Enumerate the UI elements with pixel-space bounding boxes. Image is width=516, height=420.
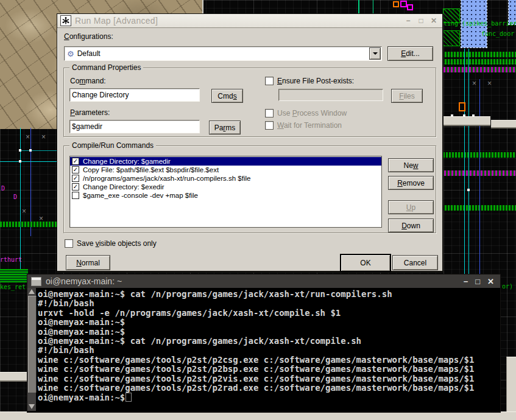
command-input[interactable]: [69, 88, 200, 102]
map-decoration: [459, 102, 465, 111]
map-decoration: [467, 189, 470, 191]
map-decoration: [433, 67, 516, 72]
command-checkbox[interactable]: ✓: [72, 166, 79, 173]
compile-command-row[interactable]: ✓Change Directory: $gamedir: [70, 157, 381, 166]
parameters-label: Parameters:: [70, 108, 110, 117]
terminal-line: oi@nemyax-main:~$: [38, 393, 500, 402]
use-process-window-checkbox[interactable]: [265, 109, 274, 117]
map-decoration: [19, 160, 21, 163]
save-visible-label: Save visible objects only: [77, 239, 157, 248]
map-decoration: ×: [26, 134, 30, 140]
combobox-dropdown-button[interactable]: [369, 47, 381, 60]
map-decoration: [0, 269, 28, 282]
entity-label: ating (spikes_barrier_bou: [440, 20, 516, 27]
jack-icon: [60, 15, 71, 26]
map-decoration: [29, 149, 32, 152]
map-decoration: [443, 30, 460, 46]
configurations-label: Configurations:: [64, 32, 113, 41]
terminal-line: urxvt -hold -e /n/programs/games/jack/xa…: [38, 309, 500, 318]
parameters-input[interactable]: [69, 120, 200, 133]
terminal-window: oi@nemyax-main: ~ − □ ✕ oi@nemyax-main:~…: [27, 274, 501, 413]
command-text: Change Directory: $exedir: [83, 183, 164, 191]
down-button[interactable]: Down: [388, 219, 434, 233]
wait-for-termination-row[interactable]: Wait for Termination: [265, 121, 342, 130]
screen: ating (spikes_barrier_bou func_door × × …: [0, 0, 516, 420]
normal-button[interactable]: Normal: [66, 255, 110, 270]
edit-button[interactable]: Edit...: [387, 46, 433, 61]
scrollbar-down-icon[interactable]: [28, 403, 35, 410]
maximize-icon[interactable]: □: [417, 16, 425, 25]
compile-command-row[interactable]: ✓Change Directory: $exedir: [70, 183, 381, 191]
scrollbar-up-icon[interactable]: [28, 288, 35, 295]
files-button: Files: [391, 89, 423, 103]
new-button[interactable]: New: [388, 158, 434, 172]
command-checkbox[interactable]: ✓: [72, 175, 79, 182]
terminal-line: oi@nemyax-main:~$: [38, 318, 500, 327]
terminal-cursor: [125, 393, 132, 402]
map-decoration: [436, 52, 516, 57]
terminal-line: oi@nemyax-main:~$: [38, 327, 500, 337]
cancel-button[interactable]: Cancel: [392, 255, 438, 270]
parms-button[interactable]: Parms: [209, 121, 241, 135]
compile-run-commands-group: Compile/Run Commands ✓Change Directory: …: [63, 145, 436, 233]
map-decoration: [407, 4, 413, 10]
terminal-scrollbar[interactable]: [27, 288, 36, 411]
command-text: $game_exe -console -dev +map $file: [83, 192, 198, 199]
wait-for-termination-checkbox[interactable]: [265, 121, 274, 130]
scrollbar-thumb[interactable]: [28, 296, 37, 393]
command-text: Copy File: $path/$file.$ext $bspdir/$fil…: [83, 166, 219, 173]
terminal-line: oi@nemyax-main:~$ cat /n/programs/games/…: [38, 337, 500, 346]
minimize-icon[interactable]: −: [464, 277, 468, 286]
window-edge: [0, 372, 27, 382]
remove-button[interactable]: Remove: [388, 176, 434, 190]
cmds-button[interactable]: Cmds: [211, 89, 243, 103]
terminal-line: #!/bin/bash: [38, 346, 500, 355]
entity-label: or): [502, 283, 513, 290]
map-decoration: D: [13, 194, 17, 200]
ok-button[interactable]: OK: [340, 254, 391, 272]
close-icon[interactable]: ✕: [430, 16, 437, 25]
window-edge: [0, 411, 516, 420]
ensure-file-checkbox[interactable]: [265, 77, 274, 85]
command-text: Change Directory: $gamedir: [83, 158, 171, 165]
gear-icon: ⚙: [67, 50, 74, 58]
minimize-icon[interactable]: −: [405, 16, 412, 25]
compile-command-row[interactable]: $game_exe -console -dev +map $file: [70, 191, 381, 200]
map-decoration: [20, 150, 57, 151]
map-decoration: [0, 222, 57, 227]
chevron-down-icon: [373, 52, 378, 55]
terminal-output[interactable]: oi@nemyax-main:~$ cat /n/programs/games/…: [38, 290, 500, 411]
maximize-icon[interactable]: □: [475, 277, 480, 286]
ensure-file-checkbox-row[interactable]: Ensure File Post-exists:: [265, 77, 354, 85]
compile-command-row[interactable]: ✓/n/programs/games/jack/xash-xt/run-comp…: [70, 174, 381, 183]
run-map-dialog: Run Map [Advanced] − □ ✕ Configurations:…: [57, 13, 444, 273]
command-checkbox[interactable]: ✓: [72, 183, 79, 191]
terminal-titlebar[interactable]: oi@nemyax-main: ~ − □ ✕: [27, 275, 500, 288]
command-text: /n/programs/games/jack/xash-xt/run-compi…: [83, 175, 250, 182]
save-visible-row[interactable]: Save visible objects only: [65, 239, 157, 248]
configuration-value: Default: [77, 49, 101, 58]
map-decoration: ×: [22, 208, 26, 214]
terminal-icon: [31, 277, 41, 286]
close-icon[interactable]: ✕: [487, 277, 494, 286]
command-checkbox[interactable]: ✓: [72, 158, 79, 165]
terminal-line: #!/bin/bash: [38, 299, 500, 308]
entity-label: func_door: [481, 30, 514, 37]
ensure-file-label: Ensure File Post-exists:: [277, 77, 354, 85]
window-edge: [506, 357, 516, 420]
use-process-window-row[interactable]: Use Process Window: [265, 109, 347, 117]
terminal-line: wine c:/software/games/tools/p2st/p2bsp.…: [38, 365, 500, 374]
compile-commands-list[interactable]: ✓Change Directory: $gamedir✓Copy File: $…: [69, 156, 382, 228]
configurations-combobox[interactable]: ⚙ Default: [64, 46, 382, 61]
save-visible-checkbox[interactable]: [65, 239, 73, 248]
terminal-body: oi@nemyax-main:~$ cat /n/programs/games/…: [27, 288, 500, 411]
window-edge: [442, 116, 490, 126]
wait-for-termination-label: Wait for Termination: [277, 121, 342, 130]
command-checkbox[interactable]: [72, 192, 79, 199]
use-process-window-label: Use Process Window: [277, 109, 347, 117]
terminal-title: oi@nemyax-main: ~: [46, 276, 122, 286]
dialog-titlebar[interactable]: Run Map [Advanced] − □ ✕: [57, 14, 442, 28]
up-button: Up: [388, 200, 434, 214]
compile-command-row[interactable]: ✓Copy File: $path/$file.$ext $bspdir/$fi…: [70, 166, 381, 174]
map-decoration: ×: [487, 80, 492, 86]
